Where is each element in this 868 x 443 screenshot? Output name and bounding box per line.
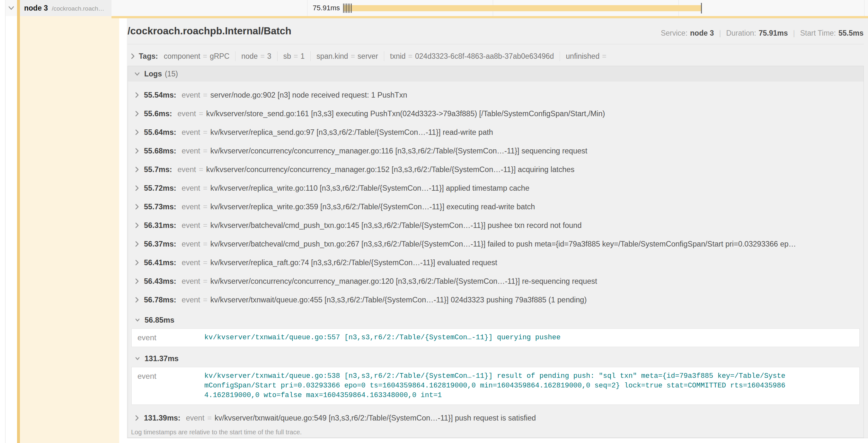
log-field-name: event — [178, 165, 196, 174]
equals-sign: = — [203, 184, 208, 193]
tags-accordion[interactable]: Tags: component = gRPC node = 3 sb = 1 s… — [127, 48, 609, 65]
log-value: kv/kvserver/concurrency/concurrency_mana… — [206, 165, 575, 174]
equals-sign: = — [207, 414, 212, 422]
meta-label: Duration: — [726, 29, 756, 38]
span-service-name: node 3 — [24, 3, 48, 12]
log-row[interactable]: 131.39ms: event = kv/kvserver/txnwait/qu… — [128, 409, 864, 427]
meta-label: Service: — [661, 29, 687, 38]
log-field-name: event — [178, 109, 196, 118]
log-timestamp: 55.54ms: — [144, 91, 176, 100]
log-value: kv/kvserver/txnwait/queue.go:455 [n3,s3,… — [210, 296, 587, 304]
log-row[interactable]: 56.41ms: event = kv/kvserver/replica_raf… — [128, 253, 864, 272]
log-value: kv/kvserver/concurrency/concurrency_mana… — [210, 277, 597, 286]
log-row[interactable]: 55.6ms: event = kv/kvserver/store_send.g… — [128, 104, 864, 123]
equals-sign: = — [203, 147, 208, 156]
log-field-name: event — [186, 414, 205, 422]
chevron-right-icon — [135, 240, 139, 247]
log-detail-card: event kv/kvserver/txnwait/queue.go:557 [… — [131, 329, 860, 347]
tag-item[interactable]: component = gRPC — [164, 52, 230, 61]
log-row[interactable]: 55.73ms: event = kv/kvserver/replica_wri… — [128, 197, 864, 216]
log-timestamp: 56.78ms: — [144, 296, 176, 304]
equals-sign: = — [199, 109, 203, 118]
log-value: server/node.go:902 [n3] node received re… — [210, 91, 407, 100]
equals-sign: = — [203, 91, 208, 100]
log-tick — [346, 3, 347, 13]
equals-sign: = — [199, 165, 203, 174]
log-value-monospace: kv/kvserver/txnwait/queue.go:557 [n3,s3,… — [204, 333, 786, 343]
log-row[interactable]: 55.68ms: event = kv/kvserver/concurrency… — [128, 142, 864, 160]
tag-separator — [310, 52, 311, 61]
tag-key: unfinished — [566, 52, 599, 61]
meta-value: 55.5ms — [838, 29, 864, 38]
log-row[interactable]: 55.54ms: event = server/node.go:902 [n3]… — [128, 86, 864, 104]
tag-separator — [277, 52, 278, 61]
log-field-name: event — [137, 333, 204, 343]
chevron-right-icon — [135, 203, 139, 210]
expanded-log-header[interactable]: 131.37ms — [128, 350, 864, 367]
log-field-name: event — [182, 184, 200, 193]
log-tick — [349, 3, 350, 13]
logs-accordion-header[interactable]: Logs (15) — [128, 66, 864, 81]
equals-sign: = — [203, 259, 208, 267]
meta-value: 75.91ms — [759, 29, 788, 38]
equals-sign: = — [203, 203, 208, 211]
logs-footer-note: Log timestamps are relative to the start… — [128, 427, 864, 436]
log-field-name: event — [182, 277, 200, 286]
chevron-right-icon — [135, 92, 139, 99]
tag-separator — [235, 52, 236, 61]
log-timestamp: 55.68ms: — [144, 147, 176, 156]
detail-panel-accent-border — [112, 16, 868, 18]
log-timestamp: 56.41ms: — [144, 259, 176, 267]
equals-sign: = — [602, 52, 606, 61]
span-duration-bar — [343, 5, 702, 11]
tag-item[interactable]: sb = 1 — [283, 52, 305, 61]
timeline-gridline — [864, 0, 865, 16]
span-name-tab[interactable]: node 3 /cockroach.roach… — [17, 0, 112, 16]
logs-section: Logs (15) 55.54ms: event = server/node.g… — [127, 66, 864, 438]
log-tick — [345, 3, 345, 13]
chevron-right-icon — [135, 296, 139, 303]
equals-sign: = — [203, 277, 208, 286]
expanded-log-header[interactable]: 56.85ms — [128, 312, 864, 329]
log-field-name: event — [137, 371, 204, 400]
chevron-right-icon — [135, 222, 139, 229]
equals-sign: = — [203, 128, 208, 137]
tag-item[interactable]: node = 3 — [241, 52, 271, 61]
log-row[interactable]: 56.37ms: event = kv/kvserver/batcheval/c… — [128, 235, 864, 253]
log-field-name: event — [182, 296, 200, 304]
equals-sign: = — [203, 296, 208, 304]
tag-item[interactable]: span.kind = server — [316, 52, 378, 61]
log-value: kv/kvserver/replica_write.go:359 [n3,s3,… — [210, 203, 535, 211]
logs-list: 55.54ms: event = server/node.go:902 [n3]… — [128, 81, 864, 436]
meta-label: Start Time: — [800, 29, 836, 38]
log-row[interactable]: 56.78ms: event = kv/kvserver/txnwait/que… — [128, 291, 864, 309]
log-timestamp: 56.43ms: — [144, 277, 176, 286]
chevron-right-icon — [135, 414, 139, 421]
log-row[interactable]: 55.64ms: event = kv/kvserver/replica_sen… — [128, 123, 864, 142]
log-detail-card: event kv/kvserver/txnwait/queue.go:538 [… — [131, 367, 860, 405]
tag-item[interactable]: txnid = 024d3323-6c8f-4863-aa8b-37ab0e63… — [390, 52, 554, 61]
log-field-name: event — [182, 221, 200, 230]
log-field-name: event — [182, 203, 200, 211]
log-row[interactable]: 55.7ms: event = kv/kvserver/concurrency/… — [128, 160, 864, 179]
log-field-name: event — [182, 128, 200, 137]
chevron-right-icon — [135, 147, 139, 155]
tags-label: Tags: — [139, 52, 158, 61]
log-row[interactable]: 55.72ms: event = kv/kvserver/replica_wri… — [128, 179, 864, 197]
log-field-name: event — [182, 240, 200, 248]
log-row[interactable]: 56.43ms: event = kv/kvserver/concurrency… — [128, 272, 864, 291]
chevron-right-icon — [135, 259, 139, 266]
span-color-column — [20, 16, 119, 443]
log-value: kv/kvserver/replica_send.go:97 [n3,s3,r6… — [210, 128, 493, 137]
log-value-monospace: kv/kvserver/txnwait/queue.go:538 [n3,s3,… — [204, 371, 786, 400]
log-field-name: event — [182, 91, 200, 100]
log-field-name: event — [182, 259, 200, 267]
chevron-right-icon — [135, 184, 139, 192]
tag-item[interactable]: unfinished = — [566, 52, 609, 61]
log-field-name: event — [182, 147, 200, 156]
collapse-span-chevron-down-icon[interactable] — [8, 5, 14, 11]
tree-column-divider — [5, 0, 5, 443]
log-value: kv/kvserver/concurrency/concurrency_mana… — [210, 147, 587, 156]
log-timestamp: 131.37ms — [145, 354, 179, 363]
log-row[interactable]: 56.31ms: event = kv/kvserver/batcheval/c… — [128, 216, 864, 235]
